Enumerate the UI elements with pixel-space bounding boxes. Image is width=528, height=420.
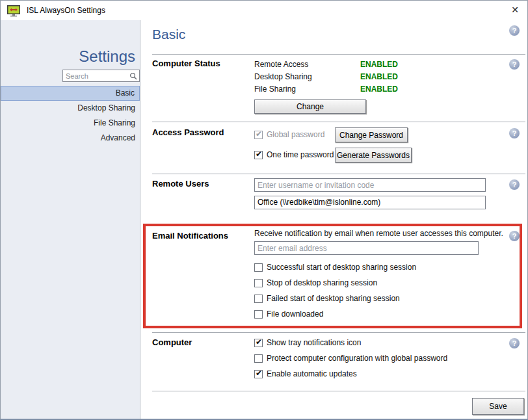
computer-status-label: Computer Status <box>152 59 220 68</box>
sidebar-item-file-sharing[interactable]: File Sharing <box>1 116 140 131</box>
search-input[interactable] <box>63 70 139 81</box>
sidebar-heading: Settings <box>79 47 135 66</box>
global-password-checkbox[interactable] <box>254 131 263 139</box>
remote-user-input[interactable] <box>254 178 486 192</box>
stop-session-checkbox-label: Stop of desktop sharing session <box>267 278 377 287</box>
change-password-button[interactable]: Change Password <box>335 127 408 142</box>
stop-session-checkbox[interactable] <box>254 279 263 287</box>
sidebar-nav: Basic Desktop Sharing File Sharing Advan… <box>1 86 140 146</box>
settings-window: ISL AlwaysOn Settings ✕ Settings Basic D… <box>0 0 528 420</box>
status-row-name: Remote Access <box>254 60 308 69</box>
search-box <box>62 70 140 82</box>
section-divider <box>152 122 525 122</box>
page-title: Basic <box>152 27 185 42</box>
footer-divider <box>152 391 525 391</box>
status-row-name: File Sharing <box>254 85 296 94</box>
sidebar-item-desktop-sharing[interactable]: Desktop Sharing <box>1 101 140 116</box>
show-tray-checkbox-label: Show tray notifications icon <box>267 338 361 347</box>
sidebar-item-basic[interactable]: Basic <box>1 86 140 101</box>
sidebar-item-advanced[interactable]: Advanced <box>1 131 140 146</box>
help-icon-email-notifications[interactable]: ? <box>509 231 520 241</box>
failed-start-checkbox-label: Failed start of desktop sharing session <box>267 294 400 303</box>
file-downloaded-checkbox[interactable] <box>254 310 263 319</box>
access-password-label: Access Password <box>152 127 224 137</box>
status-row-value: ENABLED <box>360 60 398 69</box>
status-row-name: Desktop Sharing <box>254 72 312 81</box>
window-title: ISL AlwaysOn Settings <box>27 6 105 15</box>
file-downloaded-checkbox-label: File downloaded <box>267 309 323 319</box>
section-divider <box>152 174 525 174</box>
section-divider <box>152 54 525 55</box>
status-row-value: ENABLED <box>360 72 398 81</box>
show-tray-checkbox[interactable] <box>254 339 263 347</box>
protect-config-checkbox-label: Protect computer configuration with glob… <box>267 354 447 363</box>
sidebar: Settings Basic Desktop Sharing File Shar… <box>1 20 140 419</box>
help-icon-access-password[interactable]: ? <box>509 128 520 138</box>
email-address-input[interactable] <box>254 241 479 255</box>
search-icon <box>129 72 137 80</box>
generate-passwords-button[interactable]: Generate Passwords <box>335 148 412 163</box>
help-icon-page[interactable]: ? <box>509 25 520 36</box>
section-divider <box>152 332 525 333</box>
help-icon-computer[interactable]: ? <box>509 338 520 348</box>
one-time-password-checkbox-label: One time password <box>267 150 334 159</box>
auto-updates-checkbox[interactable] <box>254 370 263 378</box>
remote-user-entry[interactable]: Office (\\redbike\tim@islonline.com) <box>254 196 486 209</box>
successful-start-checkbox[interactable] <box>254 263 263 272</box>
title-bar: ISL AlwaysOn Settings ✕ <box>1 1 527 20</box>
help-icon-computer-status[interactable]: ? <box>509 59 520 70</box>
email-notifications-label: Email Notifications <box>152 231 228 241</box>
status-row-value: ENABLED <box>360 85 398 94</box>
auto-updates-checkbox-label: Enable automatic updates <box>267 369 357 378</box>
app-icon <box>7 5 21 17</box>
change-button[interactable]: Change <box>254 99 366 114</box>
successful-start-checkbox-label: Successful start of desktop sharing sess… <box>267 263 416 272</box>
remote-users-label: Remote Users <box>152 179 209 189</box>
failed-start-checkbox[interactable] <box>254 295 263 303</box>
help-icon-remote-users[interactable]: ? <box>509 179 520 190</box>
global-password-checkbox-label: Global password <box>267 130 324 139</box>
email-notifications-description: Receive notification by email when remot… <box>254 229 503 238</box>
protect-config-checkbox[interactable] <box>254 354 263 363</box>
computer-label: Computer <box>152 337 192 347</box>
save-button[interactable]: Save <box>472 398 524 415</box>
one-time-password-checkbox[interactable] <box>254 151 263 159</box>
close-icon[interactable]: ✕ <box>511 4 519 16</box>
